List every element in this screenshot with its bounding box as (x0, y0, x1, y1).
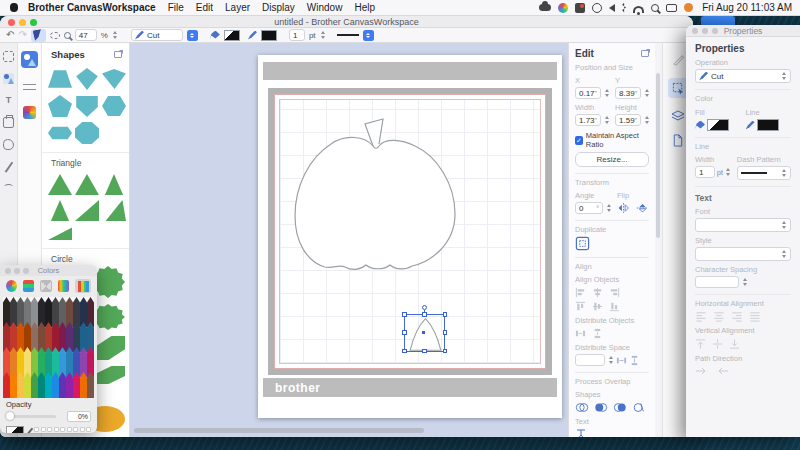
resize-button[interactable]: Resize... (575, 152, 649, 167)
volume-icon[interactable] (609, 4, 615, 12)
menu-bar-clock[interactable]: Fri Aug 20 11:03 AM (702, 2, 792, 13)
color-spectrum-icon[interactable] (58, 280, 69, 292)
operation-dropdown[interactable]: Cut (131, 29, 183, 41)
zoom-tool-icon[interactable] (64, 32, 71, 39)
colors-titlebar[interactable]: Colors (0, 265, 97, 276)
tab-edit-selected[interactable] (668, 78, 688, 98)
shape-pentagon[interactable] (48, 95, 72, 117)
stamp-category-icon[interactable] (23, 106, 36, 119)
clock-status-icon[interactable] (592, 3, 602, 13)
text-to-path-icon[interactable] (575, 428, 587, 437)
intersect-icon[interactable] (613, 402, 627, 413)
fill-bucket-icon[interactable] (210, 31, 220, 40)
subtract-icon[interactable] (594, 402, 608, 413)
properties-zoom-button[interactable] (712, 28, 718, 34)
shape-triangle-1[interactable] (48, 174, 72, 195)
canvas-area[interactable]: brother (130, 43, 568, 437)
app-status-icon[interactable] (575, 3, 585, 13)
shape-leaf[interactable] (95, 336, 125, 360)
colors-minimize-button[interactable] (14, 268, 20, 274)
duplicate-icon[interactable] (575, 236, 590, 251)
shape-octagon[interactable] (75, 122, 99, 144)
saved-swatches-grid[interactable] (34, 427, 91, 433)
handle-e[interactable] (443, 330, 448, 335)
zoom-level-field[interactable]: 47 (75, 29, 97, 41)
flip-horizontal-icon[interactable] (617, 202, 630, 214)
properties-minimize-button[interactable] (702, 28, 708, 34)
apple-menu-icon[interactable] (10, 3, 18, 12)
properties-titlebar[interactable]: Properties (686, 25, 800, 37)
colors-close-button[interactable] (5, 268, 11, 274)
handle-sw[interactable] (402, 349, 407, 354)
menu-help[interactable]: Help (354, 2, 375, 13)
shape-kite[interactable] (75, 68, 99, 90)
current-color-swatch[interactable] (6, 426, 24, 433)
line-color-swatch[interactable] (261, 30, 277, 41)
line-color-swatch[interactable] (757, 119, 779, 131)
fill-color-swatch[interactable] (224, 30, 240, 41)
line-pen-icon[interactable] (248, 31, 257, 40)
shape-triangle-3[interactable] (102, 174, 126, 195)
edit-popout-icon[interactable] (641, 50, 649, 57)
notification-status-icon[interactable] (684, 3, 693, 12)
width-field[interactable]: 1.73" (575, 114, 601, 126)
fill-bucket-icon[interactable] (695, 121, 705, 130)
selected-triangle-object[interactable] (402, 305, 447, 353)
text-tool-icon[interactable]: T (3, 95, 14, 106)
menu-display[interactable]: Display (262, 2, 295, 13)
zoom-stepper[interactable] (112, 29, 119, 41)
popout-icon[interactable] (114, 51, 122, 58)
lines-category-icon[interactable] (23, 84, 36, 90)
menu-file[interactable]: File (168, 2, 184, 13)
edit-panel-scrollbar[interactable] (656, 73, 660, 238)
shape-triangle-4[interactable] (48, 200, 72, 221)
pumpkin-outline-shape[interactable] (285, 116, 465, 276)
wifi-icon[interactable] (633, 6, 644, 13)
angle-field[interactable]: 0° (575, 202, 603, 214)
print-pattern-tool-icon[interactable] (3, 117, 14, 128)
basic-shapes-category-icon[interactable] (21, 51, 38, 68)
maintain-aspect-checkbox[interactable]: ✓ (575, 136, 583, 145)
line-width-stepper[interactable] (320, 29, 327, 41)
shape-right-triangle-2[interactable] (102, 200, 126, 221)
shape-leaf-2[interactable] (95, 366, 125, 384)
select-tool-button[interactable] (31, 29, 46, 42)
shape-flat-triangle[interactable] (48, 226, 72, 240)
operation-select[interactable]: Cut (695, 69, 791, 83)
fill-color-swatch[interactable] (707, 119, 729, 131)
height-stepper[interactable] (643, 114, 650, 126)
handle-nw[interactable] (402, 312, 407, 317)
operation-dropdown-button[interactable] (187, 30, 198, 41)
path-tool-icon[interactable] (3, 139, 14, 150)
artboard[interactable]: brother (258, 55, 562, 418)
display-menu-icon[interactable] (666, 4, 677, 12)
menu-edit[interactable]: Edit (196, 2, 213, 13)
horizontal-scrollbar[interactable] (134, 428, 424, 433)
shape-dart[interactable] (102, 68, 126, 90)
menu-window[interactable]: Window (307, 2, 343, 13)
shape-triangle-2[interactable] (75, 174, 99, 195)
y-stepper[interactable] (643, 87, 650, 99)
bluetooth-icon[interactable] (622, 3, 626, 13)
line-tool-icon[interactable] (4, 162, 12, 173)
shape-right-triangle[interactable] (75, 200, 99, 221)
lasso-tool-icon[interactable] (50, 32, 60, 39)
app-menu[interactable]: Brother CanvasWorkspace (28, 2, 156, 13)
cloud-status-icon[interactable] (539, 4, 551, 11)
undo-icon[interactable]: ↶ (6, 30, 14, 40)
line-width-stepper[interactable] (725, 166, 732, 178)
tab-page-icon[interactable] (672, 134, 684, 147)
line-style-dropdown-button[interactable] (363, 30, 374, 41)
angle-stepper[interactable] (605, 202, 612, 214)
color-wheel-icon[interactable] (6, 280, 17, 292)
tab-layers-icon[interactable] (671, 110, 685, 122)
line-width-field[interactable]: 1 (289, 29, 305, 41)
handle-w[interactable] (402, 330, 407, 335)
y-field[interactable]: 8.39" (615, 87, 641, 99)
handle-s[interactable] (422, 349, 427, 354)
window-titlebar[interactable]: untitled - Brother CanvasWorkspace (0, 16, 693, 28)
width-stepper[interactable] (603, 114, 610, 126)
menu-layer[interactable]: Layer (225, 2, 250, 13)
shape-hexagon[interactable] (102, 95, 126, 117)
line-width-field[interactable]: 1 (695, 166, 715, 178)
